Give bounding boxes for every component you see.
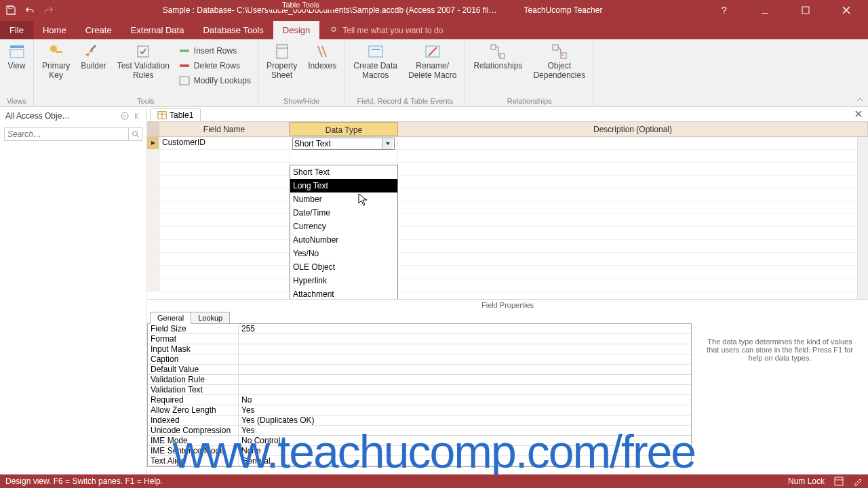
- close-button[interactable]: [833, 0, 860, 20]
- group-events-label: Field, Record & Table Events: [357, 96, 454, 105]
- fp-value[interactable]: [239, 365, 691, 374]
- fp-row[interactable]: Field Size255: [148, 324, 691, 334]
- save-icon[interactable]: [5, 5, 16, 16]
- fp-key: Allow Zero Length: [148, 405, 239, 415]
- dt-option[interactable]: Long Text: [290, 179, 397, 192]
- fp-row[interactable]: Validation Rule: [148, 375, 691, 385]
- view-datasheet-icon[interactable]: [834, 476, 844, 486]
- field-properties-grid[interactable]: Field Size255FormatInput MaskCaptionDefa…: [147, 323, 692, 467]
- fp-value[interactable]: [239, 375, 691, 384]
- builder-button[interactable]: Builder: [78, 42, 108, 72]
- dt-option[interactable]: Hyperlink: [290, 274, 397, 287]
- tab-file[interactable]: File: [0, 21, 33, 39]
- tab-create[interactable]: Create: [76, 21, 121, 39]
- rename-delete-macro-button[interactable]: Rename/ Delete Macro: [406, 42, 459, 81]
- tab-database-tools[interactable]: Database Tools: [193, 21, 273, 39]
- redo-icon: [43, 5, 54, 16]
- tab-home[interactable]: Home: [33, 21, 76, 39]
- fp-value[interactable]: [239, 344, 691, 354]
- dt-option[interactable]: AutoNumber: [290, 233, 397, 247]
- test-validation-button[interactable]: Test Validation Rules: [115, 42, 172, 81]
- design-grid[interactable]: CustomerID Short Text: [147, 137, 868, 300]
- group-views-label: Views: [7, 96, 26, 105]
- dt-option[interactable]: OLE Object: [290, 260, 397, 274]
- search-input[interactable]: [5, 128, 128, 140]
- fp-row[interactable]: RequiredNo: [148, 395, 691, 405]
- nav-dropdown-icon[interactable]: [121, 112, 129, 120]
- dt-option[interactable]: Short Text: [290, 165, 397, 179]
- fp-row[interactable]: Allow Zero LengthYes: [148, 405, 691, 415]
- data-type-dropdown[interactable]: Short Text Long Text Number Date/Time Cu…: [290, 165, 398, 300]
- fp-row[interactable]: Format: [148, 334, 691, 344]
- modify-lookups-button[interactable]: Modify Lookups: [178, 75, 252, 87]
- object-tab-table1[interactable]: Table1: [150, 108, 201, 121]
- tab-design[interactable]: Design: [273, 21, 319, 39]
- grid-corner[interactable]: [147, 122, 159, 136]
- dt-option[interactable]: Attachment: [290, 287, 397, 300]
- description-cell[interactable]: [398, 137, 868, 149]
- view-button[interactable]: View: [3, 42, 31, 72]
- property-sheet-button[interactable]: Property Sheet: [264, 42, 300, 81]
- dt-option[interactable]: Date/Time: [290, 206, 397, 220]
- fp-value[interactable]: Yes (Duplicates OK): [239, 415, 691, 425]
- tab-external-data[interactable]: External Data: [121, 21, 194, 39]
- tell-me-search[interactable]: Tell me what you want to do: [319, 22, 452, 39]
- fp-value[interactable]: [239, 334, 691, 344]
- fp-value[interactable]: Yes: [239, 426, 691, 435]
- svg-rect-7: [56, 51, 62, 53]
- collapse-ribbon-icon[interactable]: [856, 96, 864, 104]
- dt-option[interactable]: Yes/No: [290, 247, 397, 260]
- fp-row[interactable]: Caption: [148, 354, 691, 365]
- col-field-name[interactable]: Field Name: [159, 122, 290, 136]
- fp-value[interactable]: [239, 354, 691, 364]
- nav-pane-title: All Access Obje…: [5, 111, 70, 121]
- svg-rect-10: [180, 49, 189, 52]
- view-design-icon[interactable]: [853, 476, 863, 486]
- delete-rows-button[interactable]: Delete Rows: [178, 60, 252, 72]
- data-type-cell[interactable]: Short Text: [290, 137, 398, 149]
- create-data-macros-button[interactable]: Create Data Macros: [351, 42, 400, 81]
- fp-key: Text Align: [148, 456, 239, 466]
- insert-rows-button[interactable]: Insert Rows: [178, 45, 252, 57]
- fp-row[interactable]: IndexedYes (Duplicates OK): [148, 415, 691, 426]
- fp-row[interactable]: Text AlignGeneral: [148, 456, 691, 466]
- col-data-type[interactable]: Data Type: [290, 122, 398, 136]
- fp-value[interactable]: 255: [239, 324, 691, 333]
- fp-value[interactable]: [239, 385, 691, 394]
- dt-option[interactable]: Number: [290, 192, 397, 206]
- svg-rect-16: [372, 49, 380, 50]
- data-type-dropdown-button[interactable]: [382, 138, 393, 149]
- fp-tab-general[interactable]: General: [150, 312, 191, 324]
- close-object-icon[interactable]: [854, 110, 863, 118]
- fp-row[interactable]: Unicode CompressionYes: [148, 426, 691, 436]
- minimize-button[interactable]: [751, 0, 778, 20]
- fp-row[interactable]: Input Mask: [148, 344, 691, 354]
- help-button[interactable]: ?: [711, 0, 738, 20]
- fp-value[interactable]: General: [239, 456, 691, 466]
- fp-value[interactable]: No: [239, 395, 691, 405]
- relationships-button[interactable]: Relationships: [471, 42, 525, 72]
- indexes-button[interactable]: Indexes: [305, 42, 339, 72]
- svg-rect-11: [180, 64, 189, 67]
- nav-collapse-icon[interactable]: [133, 112, 141, 120]
- nav-search-box[interactable]: [4, 127, 142, 141]
- col-description[interactable]: Description (Optional): [398, 122, 868, 136]
- search-icon[interactable]: [128, 128, 142, 140]
- fp-key: Default Value: [148, 365, 239, 374]
- fp-value[interactable]: No Control: [239, 436, 691, 445]
- fp-row[interactable]: Validation Text: [148, 385, 691, 395]
- dt-option[interactable]: Currency: [290, 220, 397, 233]
- row-selector-current[interactable]: [147, 137, 159, 149]
- vertical-scrollbar[interactable]: [857, 137, 868, 299]
- primary-key-button[interactable]: Primary Key: [39, 42, 73, 81]
- fp-value[interactable]: Yes: [239, 405, 691, 415]
- undo-icon[interactable]: [24, 5, 35, 16]
- fp-row[interactable]: IME ModeNo Control: [148, 436, 691, 446]
- fp-row[interactable]: IME Sentence ModeNone: [148, 446, 691, 456]
- fp-value[interactable]: None: [239, 446, 691, 455]
- object-dependencies-button[interactable]: Object Dependencies: [530, 42, 588, 81]
- maximize-button[interactable]: [792, 0, 819, 20]
- field-name-cell[interactable]: CustomerID: [159, 137, 290, 149]
- fp-tab-lookup[interactable]: Lookup: [191, 312, 230, 324]
- fp-row[interactable]: Default Value: [148, 365, 691, 375]
